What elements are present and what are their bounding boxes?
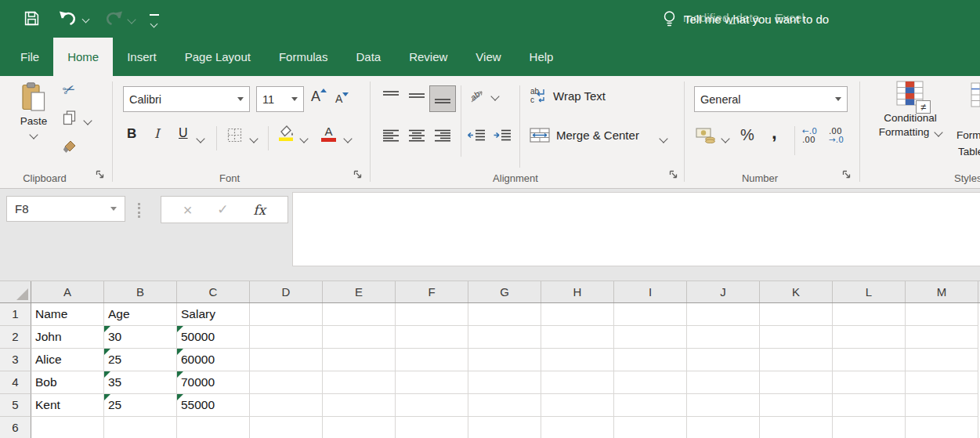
- font-name-dropdown-icon[interactable]: [237, 97, 244, 101]
- cell-b1[interactable]: Age: [104, 303, 177, 326]
- cell-i4[interactable]: [614, 371, 687, 394]
- font-dialog-launcher[interactable]: [353, 168, 364, 179]
- customize-quick-access-button[interactable]: [150, 14, 159, 30]
- cell-g4[interactable]: [468, 371, 541, 394]
- column-header-e[interactable]: E: [323, 281, 396, 302]
- cell-c4[interactable]: 70000: [177, 371, 250, 394]
- cell-k5[interactable]: [760, 394, 833, 417]
- cell-b5[interactable]: 25: [104, 394, 177, 417]
- cell-j4[interactable]: [687, 371, 760, 394]
- cell-b3[interactable]: 25: [104, 349, 177, 371]
- cell-c6[interactable]: [177, 417, 250, 438]
- cell-i2[interactable]: [614, 326, 687, 349]
- cell-e1[interactable]: [323, 303, 396, 326]
- align-left-button[interactable]: [382, 129, 400, 145]
- number-format-dropdown-icon[interactable]: [835, 97, 841, 101]
- cell-f5[interactable]: [396, 394, 468, 417]
- bottom-align-button[interactable]: [429, 85, 456, 112]
- cell-f2[interactable]: [396, 326, 468, 349]
- tab-data[interactable]: Data: [342, 38, 395, 76]
- column-header-g[interactable]: G: [468, 281, 541, 302]
- alignment-dialog-launcher[interactable]: [669, 168, 680, 179]
- increase-indent-button[interactable]: [493, 129, 512, 145]
- cell-e3[interactable]: [323, 349, 396, 371]
- format-as-table-button[interactable]: [970, 82, 980, 112]
- comma-style-button[interactable]: ,: [772, 121, 777, 143]
- cell-l5[interactable]: [833, 394, 906, 417]
- cell-l3[interactable]: [833, 349, 906, 371]
- column-header-a[interactable]: A: [31, 281, 104, 302]
- middle-align-button[interactable]: [408, 90, 425, 104]
- column-header-h[interactable]: H: [541, 281, 614, 302]
- cell-h6[interactable]: [541, 417, 614, 438]
- cell-i1[interactable]: [614, 303, 687, 326]
- decrease-decimal-button[interactable]: .00 →.0: [829, 127, 844, 144]
- increase-decimal-button[interactable]: ←.0 .00: [802, 127, 817, 144]
- tab-review[interactable]: Review: [395, 38, 461, 76]
- tab-insert[interactable]: Insert: [113, 38, 171, 76]
- paste-button[interactable]: Paste: [13, 82, 55, 141]
- font-color-dropdown-chevron-icon[interactable]: [343, 134, 352, 143]
- cell-f3[interactable]: [396, 349, 468, 371]
- cell-e6[interactable]: [323, 417, 396, 438]
- font-size-combo[interactable]: 11: [256, 86, 304, 112]
- cell-m1[interactable]: [906, 303, 978, 326]
- tab-page-layout[interactable]: Page Layout: [171, 38, 265, 76]
- column-header-i[interactable]: I: [614, 281, 687, 302]
- copy-button[interactable]: [63, 110, 76, 129]
- tell-me-box[interactable]: Tell me what you want to do: [663, 0, 829, 38]
- row-header-2[interactable]: 2: [0, 326, 31, 349]
- italic-button[interactable]: I: [154, 126, 159, 141]
- percent-style-button[interactable]: %: [740, 126, 754, 144]
- paste-dropdown-chevron-icon[interactable]: [29, 130, 38, 139]
- merge-center-button[interactable]: Merge & Center: [530, 128, 639, 143]
- column-header-k[interactable]: K: [760, 281, 833, 302]
- tab-file[interactable]: File: [6, 38, 53, 76]
- cell-a5[interactable]: Kent: [31, 394, 104, 417]
- conditional-formatting-button[interactable]: ≠ Conditional Formatting: [866, 81, 955, 138]
- format-painter-button[interactable]: [63, 140, 76, 157]
- cell-j6[interactable]: [687, 417, 760, 438]
- borders-button[interactable]: [227, 128, 242, 146]
- cell-k2[interactable]: [760, 326, 833, 349]
- cell-m5[interactable]: [906, 394, 978, 417]
- cell-e2[interactable]: [323, 326, 396, 349]
- cell-g1[interactable]: [468, 303, 541, 326]
- font-size-dropdown-icon[interactable]: [291, 97, 298, 101]
- fill-color-dropdown-chevron-icon[interactable]: [299, 134, 308, 143]
- select-all-button[interactable]: [0, 281, 31, 302]
- cell-f1[interactable]: [396, 303, 468, 326]
- cell-g3[interactable]: [468, 349, 541, 371]
- cell-l4[interactable]: [833, 371, 906, 394]
- decrease-indent-button[interactable]: [467, 129, 486, 145]
- enter-check-icon[interactable]: ✓: [217, 201, 228, 218]
- wrap-text-button[interactable]: ab c Wrap Text: [530, 87, 606, 104]
- cell-a1[interactable]: Name: [31, 303, 104, 326]
- column-header-j[interactable]: J: [687, 281, 760, 302]
- cell-m6[interactable]: [906, 417, 978, 438]
- cell-g2[interactable]: [468, 326, 541, 349]
- cell-j3[interactable]: [687, 349, 760, 371]
- cell-j5[interactable]: [687, 394, 760, 417]
- copy-dropdown-chevron-icon[interactable]: [83, 116, 92, 125]
- cell-f6[interactable]: [396, 417, 468, 438]
- cell-e4[interactable]: [323, 371, 396, 394]
- cell-c1[interactable]: Salary: [177, 303, 250, 326]
- name-box[interactable]: F8: [6, 196, 125, 222]
- insert-function-button[interactable]: fx: [253, 202, 266, 218]
- cell-k6[interactable]: [760, 417, 833, 438]
- cell-i6[interactable]: [614, 417, 687, 438]
- cut-button[interactable]: ✂: [60, 79, 78, 100]
- cell-f4[interactable]: [396, 371, 468, 394]
- clipboard-dialog-launcher[interactable]: [96, 168, 107, 179]
- cell-d1[interactable]: [250, 303, 323, 326]
- redo-dropdown-chevron-icon[interactable]: [127, 15, 136, 24]
- bold-button[interactable]: B: [127, 126, 136, 142]
- cell-c5[interactable]: 55000: [177, 394, 250, 417]
- font-color-button[interactable]: A: [321, 125, 336, 142]
- cell-h3[interactable]: [541, 349, 614, 371]
- cell-k4[interactable]: [760, 371, 833, 394]
- align-center-button[interactable]: [408, 129, 425, 145]
- accounting-dropdown-chevron-icon[interactable]: [721, 134, 729, 143]
- column-header-f[interactable]: F: [396, 281, 468, 302]
